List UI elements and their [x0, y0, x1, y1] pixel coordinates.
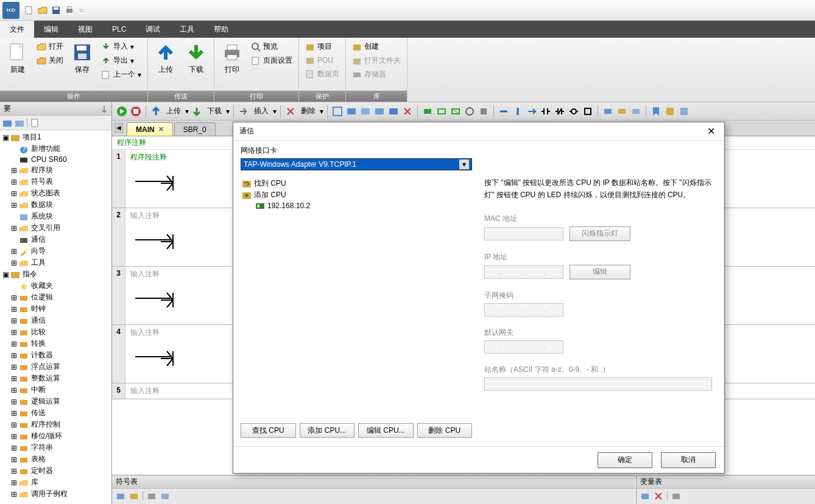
cancel-button[interactable]: 取消	[661, 452, 716, 468]
delete-cpu-button[interactable]: 删除 CPU	[417, 423, 473, 438]
st-icon4[interactable]	[160, 491, 170, 501]
menu-edit[interactable]: 编辑	[34, 21, 68, 38]
ribbon-print-button[interactable]: 打印	[218, 40, 246, 77]
station-input[interactable]	[484, 377, 712, 391]
tb-contact-nc-icon[interactable]	[554, 105, 566, 117]
tree-item-cpu[interactable]: CPU SR60	[0, 155, 111, 164]
mac-input[interactable]	[484, 227, 563, 240]
tb-icon-b[interactable]	[345, 105, 358, 117]
tree-item-data-block[interactable]: ⊞数据块	[0, 199, 111, 211]
tree-cmd-bit[interactable]: ⊞位逻辑	[0, 292, 111, 303]
tab-main[interactable]: MAIN✕	[127, 122, 173, 136]
tree-cmd-convert[interactable]: ⊞转换	[0, 338, 111, 349]
tb-box-icon[interactable]	[582, 105, 594, 117]
tb-icon-r[interactable]	[630, 105, 642, 117]
tree-item-program-block[interactable]: ⊞程序块	[0, 164, 111, 176]
tree-cmd-library[interactable]: ⊞库	[0, 477, 111, 488]
tb-icon-k[interactable]	[478, 105, 490, 117]
tree-item-system-block[interactable]: 系统块	[0, 211, 111, 222]
tb-upload-dropdown[interactable]: ▾	[185, 107, 189, 116]
tb-download-icon[interactable]	[191, 105, 203, 117]
ribbon-project-button[interactable]: 项目	[303, 40, 342, 53]
tb-icon-s[interactable]	[664, 105, 676, 117]
tb-download-dropdown[interactable]: ▾	[226, 107, 230, 116]
ribbon-prev-button[interactable]: 上一个 ▾	[99, 68, 144, 81]
tb-insert-icon[interactable]	[238, 105, 250, 117]
ribbon-save-button[interactable]: 保存	[68, 40, 96, 77]
tb-icon-m[interactable]	[512, 105, 524, 117]
project-tree[interactable]: ▣项目1 ?新增功能 CPU SR60 ⊞程序块 ⊞符号表 ⊞状态图表 ⊞数据块…	[0, 130, 111, 504]
close-icon[interactable]: ✕	[158, 125, 164, 133]
tree-item-cross-ref[interactable]: ⊞交叉引用	[0, 222, 111, 234]
add-cpu-button[interactable]: 添加 CPU...	[300, 423, 355, 438]
tree-tb-icon1[interactable]	[2, 118, 12, 128]
ribbon-export-button[interactable]: 导出 ▾	[99, 54, 144, 67]
ribbon-create-button[interactable]: 创建	[350, 40, 403, 53]
ribbon-open-button[interactable]: 打开	[34, 40, 66, 53]
menu-debug[interactable]: 调试	[136, 21, 170, 38]
ribbon-upload-button[interactable]: 上传	[152, 40, 180, 77]
tree-cmd-timer[interactable]: ⊞定时器	[0, 465, 111, 477]
st-icon2[interactable]	[129, 491, 139, 501]
tree-cmd-subroutine[interactable]: ⊞调用子例程	[0, 488, 111, 500]
qat-open-icon[interactable]	[37, 4, 49, 16]
qat-new-icon[interactable]	[23, 4, 35, 16]
tb-icon-d[interactable]	[373, 105, 386, 117]
tb-icon-h[interactable]	[436, 105, 448, 117]
st-icon3[interactable]	[147, 491, 157, 501]
tb-run-icon[interactable]	[116, 105, 128, 117]
tree-cmd-clock[interactable]: ⊞时钟	[0, 303, 111, 315]
tb-icon-c[interactable]	[359, 105, 372, 117]
ribbon-download-button[interactable]: 下载	[182, 40, 210, 77]
tb-delete-icon[interactable]	[284, 105, 297, 117]
ribbon-new-button[interactable]: 新建	[4, 40, 32, 77]
tree-cmd-shift[interactable]: ⊞移位/循环	[0, 430, 111, 442]
tree-cmd-int[interactable]: ⊞整数运算	[0, 373, 111, 384]
tree-cmd-root[interactable]: ▣指令	[0, 268, 111, 280]
blink-led-button[interactable]: 闪烁指示灯	[570, 226, 630, 241]
tb-upload-icon[interactable]	[150, 105, 162, 117]
ribbon-datapage-button[interactable]: 数据页	[303, 68, 342, 80]
tb-icon-e[interactable]	[387, 105, 400, 117]
tree-cmd-float[interactable]: ⊞浮点运算	[0, 361, 111, 373]
chevron-down-icon[interactable]: ▾	[459, 159, 469, 169]
tb-icon-f[interactable]	[401, 105, 414, 117]
ribbon-openfolder-button[interactable]: 打开文件夹	[350, 54, 403, 67]
tb-icon-n[interactable]	[526, 105, 538, 117]
tb-stop-icon[interactable]	[130, 105, 142, 117]
ribbon-close-button[interactable]: 关闭	[34, 54, 66, 67]
tree-tb-icon2[interactable]	[15, 118, 24, 128]
st-icon1[interactable]	[116, 491, 125, 501]
tree-item-comm[interactable]: 通信	[0, 234, 111, 245]
qat-print-icon[interactable]	[63, 4, 76, 16]
cpu-tree-add[interactable]: 添加 CPU	[241, 189, 472, 201]
tb-icon-p[interactable]	[602, 105, 614, 117]
tb-icon-t[interactable]	[678, 105, 690, 117]
cpu-tree-ip[interactable]: 192.168.10.2	[241, 201, 472, 211]
tb-icon-l[interactable]	[498, 105, 510, 117]
tb-bookmark-icon[interactable]	[650, 105, 662, 117]
nic-select[interactable]: TAP-Windows Adapter V9.TCPIP.1 ▾	[241, 158, 472, 170]
tree-cmd-logic[interactable]: ⊞逻辑运算	[0, 396, 111, 407]
tree-cmd-interrupt[interactable]: ⊞中断	[0, 384, 111, 396]
tree-item-wizard[interactable]: ⊞向导	[0, 245, 111, 257]
vt-icon3[interactable]	[671, 491, 681, 501]
tb-delete-dropdown[interactable]: ▾	[320, 107, 323, 116]
tree-cmd-transfer[interactable]: ⊞传送	[0, 407, 111, 419]
edit-cpu-button[interactable]: 编辑 CPU...	[358, 423, 414, 438]
menu-plc[interactable]: PLC	[102, 21, 136, 38]
tb-insert-dropdown[interactable]: ▾	[273, 107, 277, 116]
tb-icon-i[interactable]	[450, 105, 462, 117]
tree-cmd-fav[interactable]: 收藏夹	[0, 280, 111, 292]
tb-contact-no-icon[interactable]	[540, 105, 552, 117]
tb-icon-g[interactable]	[422, 105, 434, 117]
tree-item-symbol-table[interactable]: ⊞符号表	[0, 176, 111, 187]
find-cpu-button[interactable]: 查找 CPU	[241, 423, 296, 438]
ribbon-pou-button[interactable]: POU	[303, 54, 342, 66]
tree-item-status-chart[interactable]: ⊞状态图表	[0, 187, 111, 199]
tree-cmd-compare[interactable]: ⊞比较	[0, 326, 111, 338]
vt-icon2[interactable]	[654, 491, 663, 501]
ribbon-preview-button[interactable]: 预览	[249, 40, 295, 53]
tree-tb-icon3[interactable]	[30, 118, 40, 128]
cpu-tree[interactable]: 找到 CPU 添加 CPU 192.168.10.2	[241, 177, 472, 419]
